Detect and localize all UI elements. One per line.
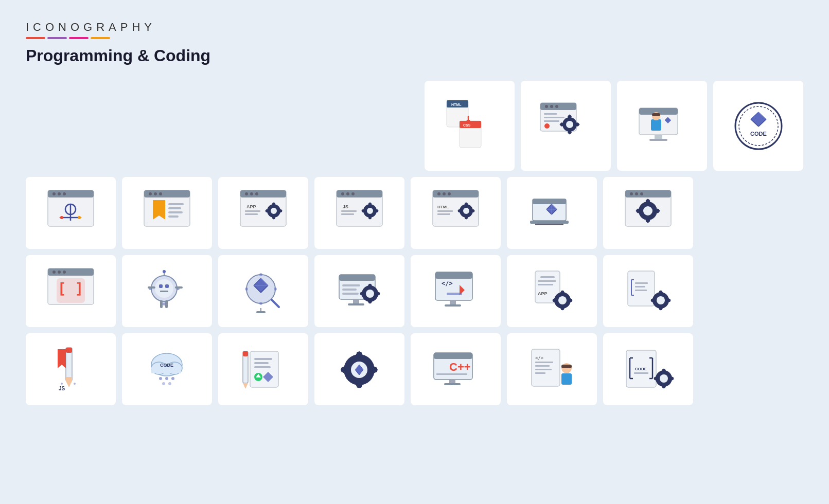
svg-marker-243 [58, 349, 66, 368]
svg-point-254 [171, 377, 174, 380]
svg-text:</>: </> [442, 280, 453, 287]
code-brackets-card: [ ] [26, 255, 116, 327]
svg-rect-13 [544, 113, 557, 115]
svg-rect-259 [254, 362, 269, 364]
bar-1 [26, 37, 45, 39]
gear-diamond-card [314, 333, 404, 405]
svg-point-49 [63, 192, 66, 195]
svg-text:HTML: HTML [437, 205, 449, 209]
code-settings-card: CODE [603, 333, 693, 405]
app-deploy-icon: APP [527, 267, 576, 316]
svg-point-191 [366, 290, 374, 298]
svg-point-307 [660, 374, 668, 383]
app-settings-icon: APP [239, 189, 288, 238]
svg-text:HTML: HTML [451, 103, 462, 106]
svg-rect-292 [535, 369, 552, 370]
svg-point-256 [168, 382, 171, 385]
html-css-icon-card: HTML CSS [425, 81, 515, 171]
svg-point-150 [52, 271, 56, 274]
svg-marker-242 [66, 381, 72, 387]
html-settings-icon: HTML [431, 189, 480, 238]
svg-rect-123 [533, 199, 566, 204]
svg-text:C++: C++ [449, 361, 471, 373]
cpp-monitor-card: C++ [411, 333, 501, 405]
svg-text:JS: JS [59, 386, 65, 391]
svg-point-245 [61, 383, 63, 385]
svg-rect-260 [254, 366, 271, 368]
svg-rect-296 [561, 365, 572, 368]
svg-rect-228 [635, 290, 647, 291]
monitor-gear-card [314, 255, 404, 327]
code-settings-icon: CODE [624, 345, 673, 394]
svg-rect-182 [256, 311, 266, 313]
app-deploy-card: APP [507, 255, 597, 327]
bookmark-doc-icon [143, 189, 191, 238]
svg-rect-75 [245, 213, 258, 215]
svg-rect-65 [168, 207, 181, 209]
bar-2 [47, 37, 67, 39]
svg-point-246 [74, 383, 76, 385]
svg-point-135 [630, 192, 633, 195]
svg-rect-293 [535, 372, 545, 374]
diamond-search-icon [239, 267, 288, 316]
js-settings-icon: JS [335, 189, 384, 238]
svg-point-89 [346, 192, 349, 195]
web-settings-icon-card [521, 81, 611, 171]
svg-rect-184 [339, 275, 375, 281]
svg-point-161 [163, 270, 166, 273]
svg-rect-241 [66, 377, 72, 381]
svg-point-213 [558, 296, 567, 304]
robot-search-icon [143, 267, 191, 316]
page-title: Programming & Coding [26, 46, 803, 65]
svg-rect-291 [535, 365, 550, 367]
html-css-icon: HTML CSS [442, 98, 498, 154]
svg-rect-157 [159, 284, 163, 288]
svg-rect-285 [444, 383, 461, 385]
svg-point-56 [78, 216, 81, 219]
svg-point-61 [154, 192, 157, 195]
svg-rect-185 [353, 299, 359, 303]
svg-rect-283 [434, 353, 472, 359]
developer-screen-icon [634, 98, 691, 154]
svg-point-177 [245, 287, 248, 291]
diamond-search-card [218, 255, 308, 327]
svg-rect-66 [168, 211, 183, 213]
svg-rect-159 [160, 291, 168, 292]
svg-rect-124 [530, 221, 569, 224]
svg-rect-187 [342, 284, 360, 286]
svg-point-11 [550, 105, 553, 108]
svg-rect-158 [165, 284, 169, 288]
svg-rect-265 [243, 351, 248, 356]
svg-point-10 [545, 105, 548, 108]
brand-bars [26, 37, 803, 39]
monitor-code-card: </> [411, 255, 501, 327]
svg-rect-64 [168, 203, 184, 205]
svg-line-176 [272, 300, 279, 307]
svg-point-62 [159, 192, 162, 195]
svg-point-137 [640, 192, 643, 195]
svg-text:CODE: CODE [635, 367, 647, 371]
svg-point-178 [274, 287, 277, 291]
brand-name: ICONOGRAPHY [26, 21, 803, 34]
svg-text:JS: JS [343, 204, 348, 209]
pencil-doc-card [218, 333, 308, 405]
diamond-laptop-icon [527, 189, 576, 238]
svg-rect-202 [450, 300, 456, 304]
pencil-doc-icon [239, 345, 288, 394]
icon-row-2: [ ] [26, 255, 803, 327]
svg-point-48 [58, 192, 61, 195]
svg-point-55 [60, 216, 63, 219]
svg-rect-29 [655, 135, 662, 139]
code-badge-icon-card: CODE [713, 81, 803, 171]
svg-text:</>: </> [535, 355, 544, 361]
svg-rect-203 [445, 304, 461, 307]
cloud-code-card: CODE [122, 333, 212, 405]
svg-point-107 [443, 192, 446, 195]
svg-point-72 [255, 192, 258, 195]
js-pencil-icon: JS [46, 345, 95, 394]
svg-point-90 [351, 192, 355, 195]
svg-point-106 [437, 192, 440, 195]
svg-marker-266 [243, 383, 248, 389]
svg-rect-208 [540, 276, 555, 278]
svg-rect-15 [544, 120, 559, 122]
